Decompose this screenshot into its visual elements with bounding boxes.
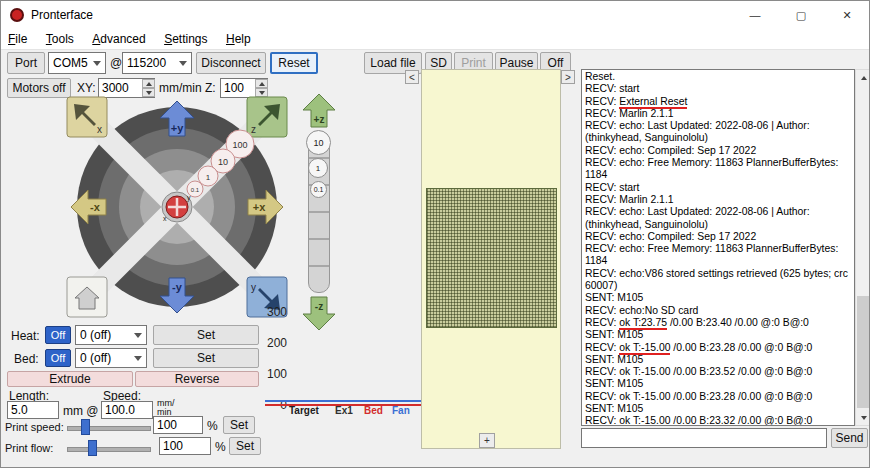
log-line: RECV: ok T:23.75 /0.00 B:23.40 /0.00 @:0… <box>585 317 851 329</box>
menu-advanced[interactable]: Advanced <box>85 30 152 50</box>
svg-text:y: y <box>187 194 191 202</box>
legend-bed: Bed <box>364 405 383 416</box>
log-line: RECV: echo: Free Memory: 11863 PlannerBu… <box>585 243 851 268</box>
log-line: RECV: echo:No SD card <box>585 305 851 317</box>
bed-temp-line <box>265 400 421 402</box>
command-input[interactable] <box>581 428 827 448</box>
print-speed-slider[interactable] <box>67 418 151 436</box>
minimize-icon[interactable]: — <box>732 1 778 29</box>
scrollbar-thumb[interactable] <box>857 296 869 408</box>
z-step-1-badge[interactable]: 1 <box>308 158 328 178</box>
at-label: @ <box>110 56 122 70</box>
slider-thumb[interactable] <box>81 419 90 435</box>
slider-thumb[interactable] <box>88 440 97 456</box>
baud-select-value: 115200 <box>127 56 166 70</box>
home-z-button[interactable]: z <box>247 97 287 137</box>
z-step-01-badge[interactable]: 0.1 <box>310 181 327 198</box>
jog-minus-y-label: -y <box>172 281 183 293</box>
log-line: RECV: ok T:-15.00 /0.00 B:23.52 /0.00 @:… <box>585 366 851 378</box>
reset-button[interactable]: Reset <box>270 52 318 74</box>
chevron-down-icon <box>179 61 187 66</box>
log-line: SENT: M105 <box>585 403 851 415</box>
z-plus-button[interactable]: +z <box>301 91 337 129</box>
chevron-down-icon <box>134 356 142 361</box>
menu-file[interactable]: File <box>1 30 34 50</box>
reverse-button[interactable]: Reverse <box>135 371 259 387</box>
z-step-strip <box>308 131 330 293</box>
log-line: RECV: echo: Last Updated: 2022-08-06 | A… <box>585 206 851 231</box>
close-icon[interactable]: ✕ <box>824 1 870 29</box>
log-line: RECV: ok T:-15.00 /0.00 B:23.32 /0.00 @:… <box>585 415 851 426</box>
log-line: RECV: echo: Last Updated: 2022-08-06 | A… <box>585 120 851 145</box>
app-icon <box>10 8 24 22</box>
jog-center-target[interactable]: y x <box>162 192 192 222</box>
home-x-label: x <box>97 124 102 135</box>
scroll-up-icon[interactable] <box>856 70 870 85</box>
extrude-length-input[interactable] <box>7 401 59 419</box>
log-line: RECV: echo: Compiled: Sep 17 2022 <box>585 145 851 157</box>
print-speed-percent: % <box>207 419 218 433</box>
log-line: RECV: Marlin 2.1.1 <box>585 108 851 120</box>
log-line: SENT: M105 <box>585 292 851 304</box>
print-flow-slider[interactable] <box>67 439 151 457</box>
menu-tools[interactable]: Tools <box>39 30 81 50</box>
bed-off-button[interactable]: Off <box>45 349 71 367</box>
jog-pad: x z y +y -y -x +x <box>61 91 293 323</box>
heat-off-button[interactable]: Off <box>45 326 71 344</box>
print-speed-input[interactable] <box>153 416 203 434</box>
log-line: Reset. <box>585 71 851 83</box>
home-z-label: z <box>251 124 256 135</box>
bed-label: Bed: <box>14 352 39 366</box>
jog-minus-x-label: -x <box>90 201 101 213</box>
menu-help[interactable]: Help <box>219 30 258 50</box>
extrude-speed-input[interactable] <box>101 401 153 419</box>
log-line: SENT: M105 <box>585 354 851 366</box>
pronterface-window: Pronterface — ▢ ✕ File Tools Advanced Se… <box>0 0 870 468</box>
extrude-button[interactable]: Extrude <box>7 371 133 387</box>
print-speed-set-button[interactable]: Set <box>223 416 255 434</box>
menu-settings[interactable]: Settings <box>157 30 214 50</box>
svg-text:0.1: 0.1 <box>191 187 200 193</box>
disconnect-button[interactable]: Disconnect <box>196 52 266 74</box>
print-bed-grid[interactable] <box>426 188 557 328</box>
print-flow-percent: % <box>215 440 226 454</box>
home-all-button[interactable] <box>67 277 107 317</box>
print-flow-label: Print flow: <box>5 442 53 454</box>
svg-text:100: 100 <box>232 140 247 150</box>
heat-set-button[interactable]: Set <box>153 325 259 345</box>
jog-plus-x-label: +x <box>253 201 266 213</box>
gcode-viewer-panel <box>421 69 561 449</box>
send-button[interactable]: Send <box>831 428 868 448</box>
home-x-button[interactable]: x <box>67 97 107 137</box>
log-line: RECV: start <box>585 83 851 95</box>
log-line: RECV: External Reset <box>585 96 851 108</box>
bed-temp-select[interactable]: 0 (off) <box>75 348 147 368</box>
heat-temp-select[interactable]: 0 (off) <box>75 325 147 345</box>
zoom-in-button[interactable]: + <box>479 433 495 448</box>
legend-target: Target <box>289 405 319 416</box>
graph-tick-300: 300 <box>261 305 287 319</box>
print-flow-input[interactable] <box>159 437 211 455</box>
collapse-left-button[interactable]: < <box>405 70 419 84</box>
log-scrollbar[interactable] <box>855 69 870 426</box>
log-line: RECV: ok T:-15.00 /0.00 B:23.28 /0.00 @:… <box>585 342 851 354</box>
graph-tick-100: 100 <box>261 367 287 381</box>
scroll-down-icon[interactable] <box>856 410 870 425</box>
baud-select[interactable]: 115200 <box>122 52 192 74</box>
log-line: SENT: M105 <box>585 329 851 341</box>
port-select[interactable]: COM5 <box>48 52 106 74</box>
print-flow-set-button[interactable]: Set <box>229 437 261 455</box>
svg-text:x: x <box>163 215 167 222</box>
collapse-right-button[interactable]: > <box>561 70 575 84</box>
log-line: RECV: echo: Free Memory: 11863 PlannerBu… <box>585 157 851 182</box>
bed-set-button[interactable]: Set <box>153 348 259 368</box>
port-button[interactable]: Port <box>7 52 45 74</box>
maximize-icon[interactable]: ▢ <box>778 1 824 29</box>
z-step-10-badge[interactable]: 10 <box>306 130 331 155</box>
chevron-down-icon <box>93 61 101 66</box>
svg-text:1: 1 <box>206 173 211 182</box>
log-output[interactable]: Reset.RECV: startRECV: External ResetREC… <box>581 69 855 426</box>
heat-label: Heat: <box>11 329 40 343</box>
log-line: RECV: echo:V86 stored settings retrieved… <box>585 268 851 293</box>
legend-fan: Fan <box>392 405 410 416</box>
